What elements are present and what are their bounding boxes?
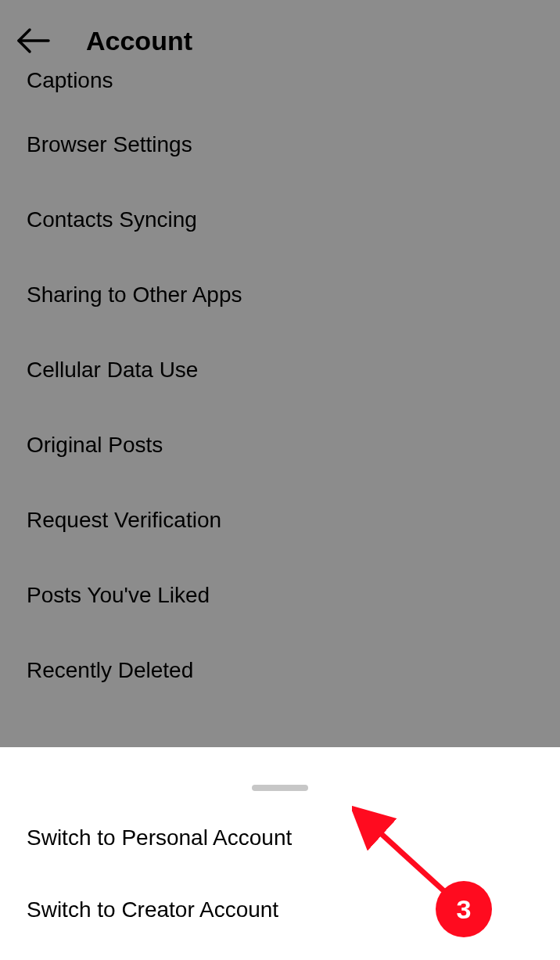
- sheet-item-label: Switch to Creator Account: [27, 897, 278, 922]
- settings-item-posts-liked[interactable]: Posts You've Liked: [0, 558, 560, 633]
- list-item-label: Posts You've Liked: [27, 583, 210, 608]
- annotation-step-badge: 3: [436, 881, 492, 937]
- settings-item-sharing-other-apps[interactable]: Sharing to Other Apps: [0, 257, 560, 333]
- list-item-label: Contacts Syncing: [27, 207, 197, 232]
- list-item-label: Sharing to Other Apps: [27, 282, 242, 307]
- annotation-badge-number: 3: [457, 894, 472, 925]
- list-item-label: Recently Deleted: [27, 658, 193, 683]
- settings-item-browser-settings[interactable]: Browser Settings: [0, 107, 560, 182]
- settings-item-captions[interactable]: Captions: [0, 68, 560, 107]
- page-title: Account: [86, 26, 192, 56]
- sheet-item-switch-personal[interactable]: Switch to Personal Account: [0, 802, 560, 874]
- list-item-label: Browser Settings: [27, 132, 192, 157]
- settings-item-contacts-syncing[interactable]: Contacts Syncing: [0, 182, 560, 257]
- list-item-label: Request Verification: [27, 508, 221, 533]
- sheet-item-label: Switch to Personal Account: [27, 825, 292, 850]
- settings-item-cellular-data-use[interactable]: Cellular Data Use: [0, 333, 560, 408]
- drag-handle-icon[interactable]: [252, 785, 308, 791]
- settings-item-original-posts[interactable]: Original Posts: [0, 408, 560, 483]
- settings-item-request-verification[interactable]: Request Verification: [0, 483, 560, 558]
- settings-list: Captions Browser Settings Contacts Synci…: [0, 68, 560, 708]
- list-item-label: Original Posts: [27, 433, 163, 458]
- list-item-label: Captions: [27, 68, 113, 93]
- list-item-label: Cellular Data Use: [27, 358, 198, 383]
- back-arrow-icon[interactable]: [16, 23, 50, 58]
- settings-item-recently-deleted[interactable]: Recently Deleted: [0, 633, 560, 708]
